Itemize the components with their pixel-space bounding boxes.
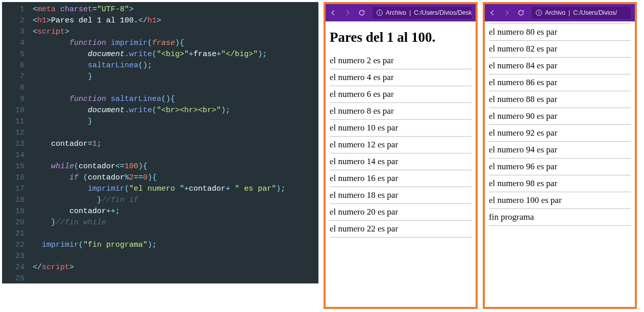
line-number: 12 <box>2 127 24 139</box>
address-bar[interactable]: i Archivo | C:/Users/Divios/ <box>532 7 631 19</box>
address-sep: | <box>409 9 411 16</box>
line-number: 13 <box>2 139 24 150</box>
line-number: 8 <box>2 83 24 94</box>
output-line: el numero 84 es par <box>489 58 631 73</box>
output-line: el numero 90 es par <box>489 108 631 123</box>
line-number: 16 <box>2 172 24 184</box>
code-line[interactable]: saltarLinea(); <box>33 60 314 71</box>
browser-window-1: i Archivo | C:/Users/Divios/Desktop/ Par… <box>324 2 478 309</box>
output-line: el numero 12 es par <box>330 137 472 152</box>
output-line: el numero 22 es par <box>330 221 472 236</box>
code-line[interactable]: contador++; <box>33 206 314 217</box>
output-line: el numero 82 es par <box>489 41 631 56</box>
code-line[interactable]: } <box>33 116 314 127</box>
code-line[interactable]: }//fin while <box>33 217 314 228</box>
code-line[interactable]: document.write("<br><hr><br>"); <box>33 105 314 116</box>
line-number: 24 <box>2 262 24 273</box>
address-label: Archivo <box>386 9 406 16</box>
output-line: el numero 80 es par <box>489 24 631 39</box>
code-line[interactable]: } <box>33 71 314 83</box>
output-line: el numero 100 es par <box>489 192 631 207</box>
address-path: C:/Users/Divios/ <box>573 9 617 16</box>
line-number: 23 <box>2 251 24 262</box>
browser-toolbar: i Archivo | C:/Users/Divios/Desktop/ <box>326 4 476 21</box>
output-line: el numero 10 es par <box>330 120 472 135</box>
line-number: 6 <box>2 60 24 71</box>
code-line[interactable]: <script> <box>33 27 314 38</box>
code-line[interactable] <box>33 150 314 161</box>
output-line: el numero 96 es par <box>489 159 631 174</box>
line-number: 22 <box>2 240 24 251</box>
output-line: el numero 94 es par <box>489 142 631 157</box>
output-line: el numero 20 es par <box>330 204 472 219</box>
line-number: 9 <box>2 94 24 105</box>
reload-icon[interactable] <box>517 9 525 16</box>
line-number: 5 <box>2 49 24 60</box>
output-line: el numero 18 es par <box>330 187 472 202</box>
code-line[interactable] <box>33 127 314 139</box>
line-number: 11 <box>2 116 24 127</box>
divider <box>330 237 472 238</box>
line-number: 2 <box>2 15 24 27</box>
code-line[interactable]: function saltarLinea(){ <box>33 94 314 105</box>
line-number: 1 <box>2 4 24 15</box>
code-line[interactable]: <h1>Pares del 1 al 100.</h1> <box>33 15 314 27</box>
browser-window-2: i Archivo | C:/Users/Divios/ el numero 8… <box>483 2 637 309</box>
line-number: 15 <box>2 161 24 172</box>
back-icon[interactable] <box>489 9 496 16</box>
browser-toolbar: i Archivo | C:/Users/Divios/ <box>485 4 635 21</box>
line-number: 4 <box>2 38 24 49</box>
code-line[interactable]: document.write("<big>"+frase+"</big>"); <box>33 49 314 60</box>
address-sep: | <box>568 9 570 16</box>
code-line[interactable]: imprimir("el numero "+contador+ " es par… <box>33 184 314 195</box>
reload-icon[interactable] <box>358 9 365 16</box>
code-line[interactable]: while(contador<=100){ <box>33 161 314 172</box>
forward-icon[interactable] <box>503 9 510 16</box>
code-editor[interactable]: 1234567891011121314151617181920212223242… <box>2 2 318 283</box>
code-line[interactable]: </script> <box>33 262 314 273</box>
line-number: 20 <box>2 217 24 228</box>
code-line[interactable] <box>33 83 314 94</box>
code-line[interactable]: contador=1; <box>33 139 314 150</box>
info-icon: i <box>536 10 542 16</box>
output-line: el numero 6 es par <box>330 86 472 101</box>
line-number: 7 <box>2 71 24 83</box>
output-line: el numero 4 es par <box>330 69 472 85</box>
code-line[interactable]: }//fin if <box>33 195 314 206</box>
code-line[interactable]: imprimir("fin programa"); <box>33 240 314 251</box>
divider <box>489 225 631 226</box>
line-number: 25 <box>2 273 24 283</box>
line-number: 17 <box>2 184 24 195</box>
address-label: Archivo <box>545 9 565 16</box>
output-line: el numero 14 es par <box>330 153 472 169</box>
line-number: 3 <box>2 27 24 38</box>
code-area[interactable]: <meta charset="UTF-8"><h1>Pares del 1 al… <box>31 2 318 283</box>
code-line[interactable]: <meta charset="UTF-8"> <box>33 4 314 15</box>
code-line[interactable] <box>33 228 314 240</box>
code-line[interactable] <box>33 251 314 262</box>
line-number: 21 <box>2 228 24 240</box>
page-content-1: Pares del 1 al 100. el numero 2 es parel… <box>326 21 476 307</box>
output-line: el numero 16 es par <box>330 170 472 186</box>
code-line[interactable]: if (contador%2==0){ <box>33 172 314 184</box>
line-number: 10 <box>2 105 24 116</box>
output-line: fin programa <box>489 209 631 224</box>
forward-icon[interactable] <box>344 9 351 16</box>
back-icon[interactable] <box>330 9 337 16</box>
line-number: 18 <box>2 195 24 206</box>
line-number: 19 <box>2 206 24 217</box>
code-line[interactable]: function imprimir(frase){ <box>33 38 314 49</box>
page-title: Pares del 1 al 100. <box>330 30 472 45</box>
output-line: el numero 88 es par <box>489 91 631 107</box>
code-line[interactable] <box>33 273 314 283</box>
output-line: el numero 8 es par <box>330 103 472 118</box>
line-number-gutter: 1234567891011121314151617181920212223242… <box>2 2 31 283</box>
output-line: el numero 2 es par <box>330 53 472 68</box>
address-bar[interactable]: i Archivo | C:/Users/Divios/Desktop/ <box>373 7 472 19</box>
output-line: el numero 92 es par <box>489 125 631 140</box>
info-icon: i <box>377 10 383 16</box>
output-line: el numero 98 es par <box>489 175 631 191</box>
page-content-2: el numero 80 es parel numero 82 es parel… <box>485 21 635 307</box>
line-number: 14 <box>2 150 24 161</box>
output-line: el numero 86 es par <box>489 74 631 90</box>
